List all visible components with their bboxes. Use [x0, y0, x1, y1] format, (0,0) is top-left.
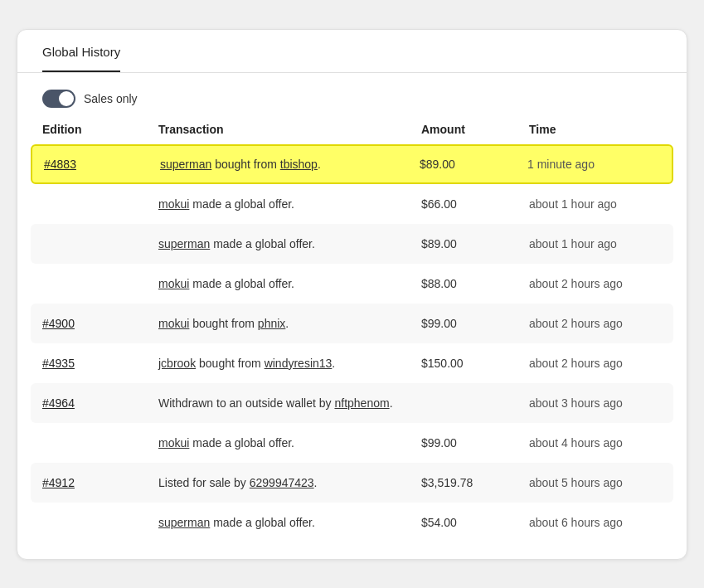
transaction-cell: jcbrook bought from windyresin13.	[158, 357, 421, 370]
table-row: mokui made a global offer.$88.00about 2 …	[31, 264, 673, 304]
user-link-buyer[interactable]: superman	[160, 158, 211, 171]
transaction-cell: Listed for sale by 6299947423.	[158, 476, 421, 489]
table-row: #4883superman bought from tbishop.$89.00…	[31, 144, 673, 184]
amount-cell: $54.00	[421, 516, 529, 529]
header-time: Time	[529, 123, 662, 136]
user-link-seller[interactable]: windyresin13	[265, 357, 333, 370]
amount-cell: $89.00	[420, 158, 527, 171]
amount-cell: $89.00	[421, 237, 529, 250]
table-row: mokui made a global offer.$99.00about 4 …	[31, 423, 673, 463]
sales-only-label: Sales only	[84, 92, 138, 105]
transaction-cell: mokui made a global offer.	[158, 436, 421, 450]
user-link-seller[interactable]: phnix	[258, 317, 285, 330]
tab-global-history[interactable]: Global History	[42, 30, 120, 72]
table-container: Edition Transaction Amount Time #4883sup…	[17, 118, 687, 542]
toggle-knob	[59, 91, 74, 106]
transaction-cell: mokui bought from phnix.	[158, 317, 421, 330]
user-link-seller[interactable]: tbishop	[280, 158, 318, 171]
edition-cell: #4883	[44, 158, 160, 171]
table-row: mokui made a global offer.$66.00about 1 …	[31, 184, 673, 224]
edition-link[interactable]: #4900	[42, 317, 75, 330]
table-row: superman made a global offer.$89.00about…	[31, 224, 673, 264]
table-row: #4900mokui bought from phnix.$99.00about…	[31, 304, 673, 343]
time-cell: about 6 hours ago	[529, 516, 662, 529]
time-cell: about 2 hours ago	[529, 277, 662, 290]
table-body: #4883superman bought from tbishop.$89.00…	[31, 144, 673, 542]
time-cell: 1 minute ago	[527, 158, 660, 171]
user-link-buyer[interactable]: jcbrook	[158, 357, 196, 370]
edition-cell: #4935	[42, 357, 158, 370]
edition-cell: #4912	[42, 476, 158, 489]
time-cell: about 4 hours ago	[529, 436, 662, 450]
transaction-cell: Withdrawn to an outside wallet by nftphe…	[158, 396, 421, 410]
transaction-cell: mokui made a global offer.	[158, 277, 421, 290]
header-amount: Amount	[421, 123, 529, 136]
amount-cell: $66.00	[421, 197, 529, 211]
header-edition: Edition	[42, 123, 158, 136]
tab-bar: Global History	[17, 30, 687, 73]
table-header: Edition Transaction Amount Time	[31, 118, 673, 141]
amount-cell: $150.00	[421, 357, 529, 370]
table-row: #4935jcbrook bought from windyresin13.$1…	[31, 343, 673, 383]
edition-cell: #4964	[42, 396, 158, 410]
global-history-card: Global History Sales only Edition Transa…	[17, 29, 687, 560]
controls-row: Sales only	[17, 73, 687, 118]
amount-cell: $88.00	[421, 277, 529, 290]
amount-cell: $99.00	[421, 436, 529, 450]
user-link[interactable]: mokui	[158, 436, 189, 450]
edition-link[interactable]: #4883	[44, 158, 76, 171]
time-cell: about 5 hours ago	[529, 476, 662, 489]
user-link-buyer[interactable]: mokui	[158, 317, 189, 330]
time-cell: about 2 hours ago	[529, 357, 662, 370]
amount-cell: $99.00	[421, 317, 529, 330]
table-row: #4912Listed for sale by 6299947423.$3,51…	[31, 463, 673, 503]
transaction-cell: superman bought from tbishop.	[160, 158, 420, 171]
transaction-cell: superman made a global offer.	[158, 516, 421, 529]
sales-only-toggle[interactable]	[42, 90, 75, 108]
transaction-cell: mokui made a global offer.	[158, 197, 421, 211]
transaction-cell: superman made a global offer.	[158, 237, 421, 250]
user-link[interactable]: 6299947423	[250, 476, 314, 489]
amount-cell: $3,519.78	[421, 476, 529, 489]
edition-link[interactable]: #4964	[42, 396, 75, 410]
time-cell: about 1 hour ago	[529, 237, 662, 250]
table-row: superman made a global offer.$54.00about…	[31, 503, 673, 542]
edition-link[interactable]: #4912	[42, 476, 75, 489]
edition-cell: #4900	[42, 317, 158, 330]
user-link[interactable]: mokui	[158, 197, 189, 211]
user-link[interactable]: superman	[158, 237, 210, 250]
header-transaction: Transaction	[158, 123, 421, 136]
user-link[interactable]: nftphenom	[334, 396, 389, 410]
edition-link[interactable]: #4935	[42, 357, 75, 370]
time-cell: about 1 hour ago	[529, 197, 662, 211]
table-row: #4964Withdrawn to an outside wallet by n…	[31, 383, 673, 423]
time-cell: about 3 hours ago	[529, 396, 662, 410]
user-link[interactable]: superman	[158, 516, 210, 529]
user-link[interactable]: mokui	[158, 277, 189, 290]
time-cell: about 2 hours ago	[529, 317, 662, 330]
